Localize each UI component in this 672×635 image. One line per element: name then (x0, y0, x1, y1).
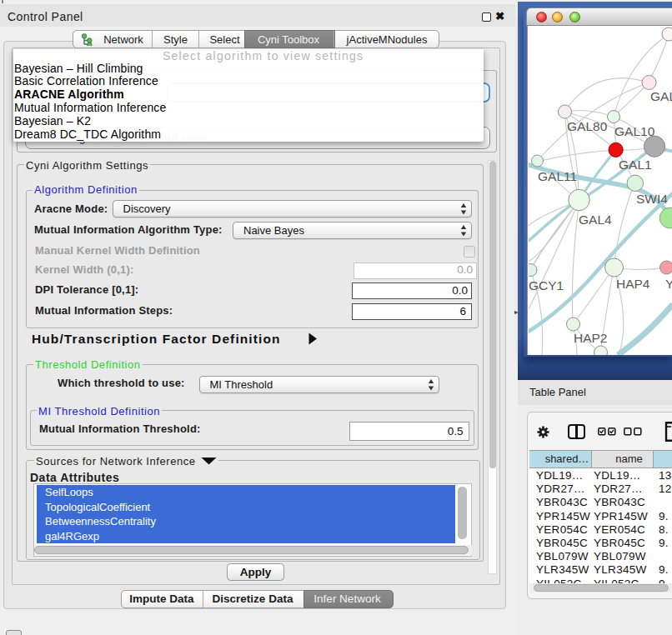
svg-text:SWI4: SWI4 (636, 192, 668, 206)
svg-text:GAL11: GAL11 (538, 169, 577, 183)
svg-text:GAL4: GAL4 (579, 212, 612, 227)
svg-text:GCY1: GCY1 (529, 278, 564, 292)
svg-text:GAL80: GAL80 (567, 119, 608, 133)
svg-text:GAL1: GAL1 (619, 158, 652, 172)
svg-text:GAL10: GAL10 (614, 124, 655, 138)
svg-text:HAP4: HAP4 (616, 277, 650, 291)
svg-text:Y: Y (665, 277, 672, 291)
svg-text:HAP2: HAP2 (574, 331, 608, 345)
svg-text:GAL7: GAL7 (650, 89, 672, 103)
